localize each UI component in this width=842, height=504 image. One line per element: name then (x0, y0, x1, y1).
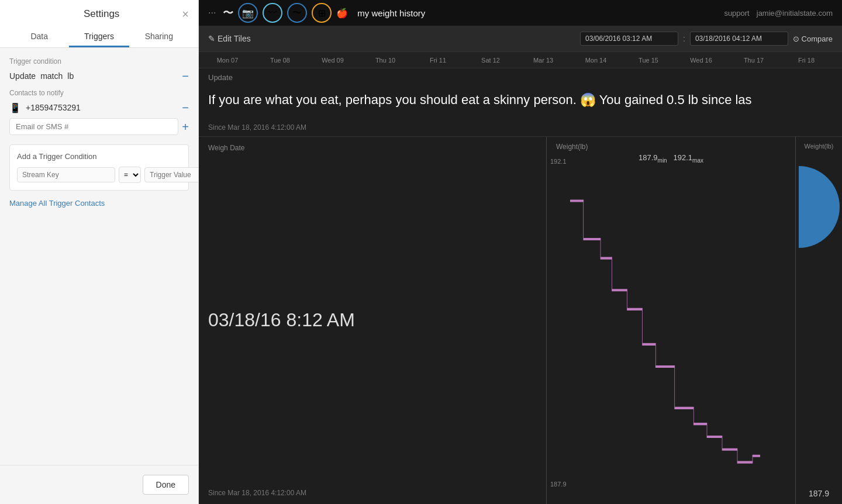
trigger-value-input[interactable] (144, 167, 198, 182)
nav-icon-camera[interactable]: 📷 (238, 3, 258, 23)
chart-max-val: 192.1 (674, 153, 693, 162)
operator-select[interactable]: = (119, 167, 141, 183)
contact-row: 📱 +18594753291 − (9, 102, 189, 113)
close-button[interactable]: × (182, 8, 189, 20)
trigger-value: lb (67, 71, 74, 81)
sidebar-title-row: Settings × (9, 8, 189, 20)
date-start-input[interactable] (580, 32, 678, 46)
chart-date-large: 03/18/16 8:12 AM (208, 309, 537, 331)
add-contact-button[interactable]: + (182, 121, 189, 133)
step-chart-svg (570, 169, 760, 488)
nav-menu-icon[interactable]: ··· (208, 8, 216, 18)
settings-sidebar: Settings × Data Triggers Sharing Trigger… (0, 0, 199, 504)
chart-section: Weigh Date 03/18/16 8:12 AM Since Mar 18… (199, 136, 842, 504)
right-panel-header: Weight(lb) (805, 143, 834, 150)
timeline-item-11: Fri 18 (780, 57, 833, 64)
phone-icon: 📱 (9, 102, 21, 113)
sidebar-body: Trigger condition Update match lb − Cont… (0, 48, 198, 465)
nav-title: my weight history (357, 8, 425, 18)
main-message: If you are what you eat, perhaps you sho… (199, 87, 842, 119)
contacts-label: Contacts to notify (9, 89, 189, 97)
timeline-item-7: Mon 14 (570, 57, 622, 64)
chart-max-label: max (692, 157, 703, 163)
sidebar-footer: Done (0, 465, 198, 504)
sidebar-header: Settings × Data Triggers Sharing (0, 0, 198, 48)
chart-main: Weight(lb) 187.9min 192.1max 192.1 187.9 (547, 136, 795, 504)
nav-email: jamie@initialstate.com (757, 9, 833, 18)
chart-y-bottom: 187.9 (550, 481, 567, 488)
chart-main-header: Weight(lb) (547, 143, 795, 151)
trigger-field: Update (9, 71, 36, 81)
chart-min-label: min (658, 157, 667, 163)
manage-contacts-link[interactable]: Manage All Trigger Contacts (9, 199, 105, 208)
chart-since-bottom: Since Mar 18, 2016 4:12:00 AM (208, 489, 537, 497)
date-separator: : (683, 34, 685, 43)
date-end-input[interactable] (690, 32, 788, 46)
timeline-item-8: Tue 15 (622, 57, 675, 64)
email-sms-input[interactable] (9, 118, 178, 135)
add-trigger-section: Add a Trigger Condition = + (9, 144, 189, 191)
main-content: ··· 〜 📷 〰 〜 ⊞ 🍎 my weight history suppor… (199, 0, 842, 504)
chart-line (570, 201, 760, 462)
timeline-item-1: Tue 08 (254, 57, 306, 64)
timeline-item-6: Mar 13 (517, 57, 570, 64)
remove-trigger-button[interactable]: − (182, 70, 189, 82)
timeline-item-0: Mon 07 (201, 57, 254, 64)
timeline-item-3: Thu 10 (359, 57, 412, 64)
timeline-item-10: Thu 17 (727, 57, 780, 64)
timeline-item-9: Wed 16 (675, 57, 727, 64)
chart-min-val: 187.9 (639, 153, 658, 162)
tab-sharing[interactable]: Sharing (129, 27, 189, 47)
timeline: Mon 07 Tue 08 Wed 09 Thu 10 Fri 11 Sat 1… (199, 52, 842, 68)
done-button[interactable]: Done (143, 475, 189, 495)
nav-logo: 〜 (223, 6, 233, 20)
sidebar-title: Settings (21, 8, 182, 20)
nav-support-label: support (724, 9, 749, 18)
edit-tiles-button[interactable]: ✎ Edit Tiles (208, 34, 251, 43)
nav-icon-grid[interactable]: ⊞ (312, 3, 332, 23)
blue-arc (799, 166, 840, 248)
timeline-item-2: Wed 09 (306, 57, 359, 64)
top-nav: ··· 〜 📷 〰 〜 ⊞ 🍎 my weight history suppor… (199, 0, 842, 26)
stream-key-input[interactable] (17, 167, 115, 182)
right-panel-value: 187.9 (809, 489, 829, 498)
chart-stats: 187.9min 192.1max (547, 153, 795, 164)
tabs: Data Triggers Sharing (9, 27, 189, 47)
tab-triggers[interactable]: Triggers (69, 27, 129, 47)
timeline-item-4: Fri 11 (412, 57, 464, 64)
toolbar: ✎ Edit Tiles : ⊙ Compare (199, 26, 842, 52)
tab-data[interactable]: Data (9, 27, 69, 47)
trigger-condition-row: Update match lb − (9, 70, 189, 82)
compare-button[interactable]: ⊙ Compare (793, 34, 833, 43)
since-label: Since Mar 18, 2016 4:12:00 AM (199, 119, 842, 136)
add-trigger-label: Add a Trigger Condition (17, 152, 181, 161)
remove-contact-button[interactable]: − (182, 102, 189, 113)
nav-icon-pulse[interactable]: 〰 (263, 3, 282, 23)
update-bar: Update (199, 68, 842, 87)
chart-left-header: Weigh Date (208, 144, 537, 152)
right-panel: Weight(lb) 187.9 (795, 136, 842, 504)
content-area: Update If you are what you eat, perhaps … (199, 68, 842, 504)
contact-number: +18594753291 (26, 103, 81, 112)
chart-y-top: 192.1 (550, 158, 567, 165)
chart-left-panel: Weigh Date 03/18/16 8:12 AM Since Mar 18… (199, 136, 547, 504)
trigger-inputs: = + (17, 167, 181, 183)
trigger-operator: match (40, 71, 63, 81)
timeline-item-5: Sat 12 (464, 57, 517, 64)
trigger-section-label: Trigger condition (9, 57, 189, 65)
nav-icon-wave[interactable]: 〜 (287, 3, 307, 23)
toolbar-right: : ⊙ Compare (580, 32, 833, 46)
apple-emoji: 🍎 (336, 8, 348, 19)
